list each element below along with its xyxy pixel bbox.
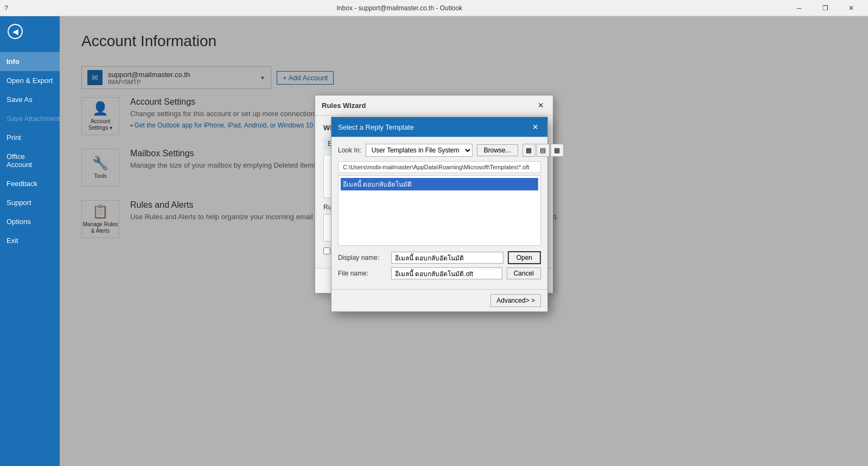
file-name-row: File name: Cancel bbox=[338, 267, 541, 279]
sidebar-item-office-account[interactable]: OfficeAccount bbox=[0, 147, 60, 174]
back-button[interactable]: ◀ bbox=[4, 21, 26, 42]
view-large-icon-button[interactable]: ▦ bbox=[522, 144, 535, 157]
sidebar-item-support[interactable]: Support bbox=[0, 193, 60, 212]
sidebar-item-save-as[interactable]: Save As bbox=[0, 90, 60, 109]
file-name-label: File name: bbox=[338, 270, 387, 277]
minimize-button[interactable]: ─ bbox=[787, 0, 812, 16]
titlebar-title: Inbox - support@mailmaster.co.th - Outlo… bbox=[12, 4, 787, 12]
view-list-button[interactable]: ▤ bbox=[537, 144, 550, 157]
sidebar-item-open-export[interactable]: Open & Export bbox=[0, 71, 60, 90]
sidebar-item-exit[interactable]: Exit bbox=[0, 231, 60, 250]
titlebar-controls: ─ ❐ ✕ bbox=[787, 0, 864, 16]
file-name-input[interactable] bbox=[391, 267, 502, 279]
titlebar: ? Inbox - support@mailmaster.co.th - Out… bbox=[0, 0, 868, 16]
close-button[interactable]: ✕ bbox=[839, 0, 864, 16]
rules-wizard-titlebar: Rules Wizard ✕ bbox=[315, 95, 553, 116]
rules-wizard-checkbox[interactable] bbox=[323, 247, 330, 254]
template-path-bar: C:\Users\mobi-mailmaster\AppData\Roaming… bbox=[338, 161, 541, 173]
look-in-select[interactable]: User Templates in File System bbox=[366, 144, 473, 157]
restore-button[interactable]: ❐ bbox=[813, 0, 838, 16]
sidebar-item-feedback[interactable]: Feedback bbox=[0, 174, 60, 193]
select-template-titlebar: Select a Reply Template ✕ bbox=[331, 117, 547, 137]
look-in-label: Look In: bbox=[338, 146, 361, 154]
sidebar-item-save-attachments: Save Attachments bbox=[0, 109, 60, 128]
sidebar: ◀ Info Open & Export Save As Save Attach… bbox=[0, 16, 60, 466]
titlebar-help[interactable]: ? bbox=[4, 4, 8, 12]
view-buttons: ▦ ▤ ▦ bbox=[522, 144, 564, 157]
display-name-input[interactable] bbox=[391, 252, 503, 264]
back-icon: ◀ bbox=[8, 24, 23, 39]
template-footer: Advanced> > bbox=[331, 289, 547, 311]
sidebar-nav: Info Open & Export Save As Save Attachme… bbox=[0, 52, 60, 250]
sidebar-item-print[interactable]: Print bbox=[0, 128, 60, 147]
select-template-body: Look In: User Templates in File System B… bbox=[331, 137, 547, 289]
open-button[interactable]: Open bbox=[508, 251, 541, 264]
display-name-row: Display name: Open bbox=[338, 251, 541, 264]
look-in-row: Look In: User Templates in File System B… bbox=[338, 144, 541, 157]
advanced-button[interactable]: Advanced> > bbox=[490, 294, 541, 307]
sidebar-item-options[interactable]: Options bbox=[0, 212, 60, 231]
view-details-button[interactable]: ▦ bbox=[551, 144, 564, 157]
template-files-area[interactable]: อีเมลนี้ ตอบกลับอัตโนมัติ bbox=[338, 175, 541, 246]
display-name-label: Display name: bbox=[338, 254, 387, 261]
sidebar-item-info[interactable]: Info bbox=[0, 52, 60, 71]
rules-wizard-close-button[interactable]: ✕ bbox=[535, 100, 546, 111]
select-template-close-button[interactable]: ✕ bbox=[530, 122, 541, 132]
browse-button[interactable]: Browse... bbox=[477, 144, 518, 156]
select-template-dialog: Select a Reply Template ✕ Look In: User … bbox=[331, 117, 548, 312]
template-file-item[interactable]: อีเมลนี้ ตอบกลับอัตโนมัติ bbox=[341, 178, 538, 190]
rules-wizard-title: Rules Wizard bbox=[322, 101, 366, 110]
select-template-title: Select a Reply Template bbox=[338, 123, 414, 131]
cancel-template-button[interactable]: Cancel bbox=[507, 267, 541, 279]
